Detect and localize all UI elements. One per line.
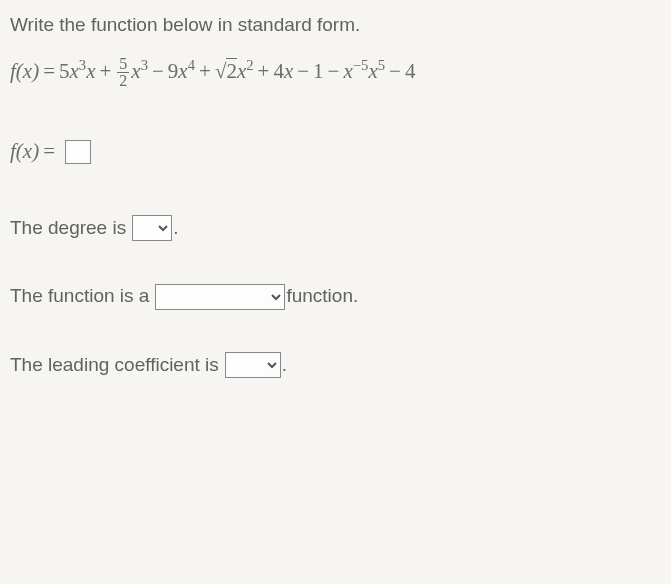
degree-select[interactable] [132,215,172,241]
answer-row-degree: The degree is . [10,215,661,242]
function-type-select[interactable] [155,284,285,310]
degree-label: The degree is [10,215,126,242]
degree-after: . [173,215,178,242]
leading-coeff-label: The leading coefficient is [10,352,219,379]
function-type-label: The function is a [10,283,149,310]
answer-row-fx: f(x)= [10,137,661,166]
answer-row-leading-coeff: The leading coefficient is . [10,352,661,379]
answer-row-function-type: The function is a function. [10,283,661,310]
leading-coeff-select[interactable] [225,352,281,378]
given-equation: f(x)=5x3x+52x3−9x4+√2x2+4x−1−x−5x5−4 [10,55,661,90]
function-type-after: function. [286,283,358,310]
leading-coeff-after: . [282,352,287,379]
question-prompt: Write the function below in standard for… [10,12,661,39]
answer-prefix: f(x)= [10,137,59,166]
fx-answer-input[interactable] [65,140,91,164]
